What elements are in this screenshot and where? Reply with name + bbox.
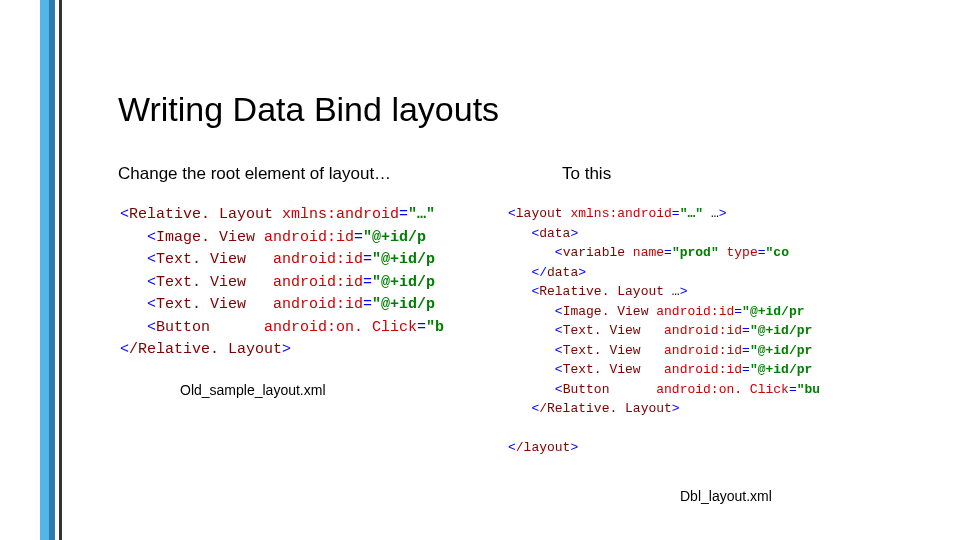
code-databind-layout: <layout xmlns:android="…" …> <data> <var… bbox=[506, 200, 934, 460]
slide-accent-stripe bbox=[40, 0, 62, 540]
subheading-right: To this bbox=[562, 164, 611, 184]
code-old-layout: <Relative. Layout xmlns:android="…" <Ima… bbox=[118, 200, 508, 370]
caption-old-layout: Old_sample_layout.xml bbox=[180, 382, 326, 398]
subheading-left: Change the root element of layout… bbox=[118, 164, 391, 184]
slide-title: Writing Data Bind layouts bbox=[118, 90, 499, 129]
caption-new-layout: Dbl_layout.xml bbox=[680, 488, 772, 504]
